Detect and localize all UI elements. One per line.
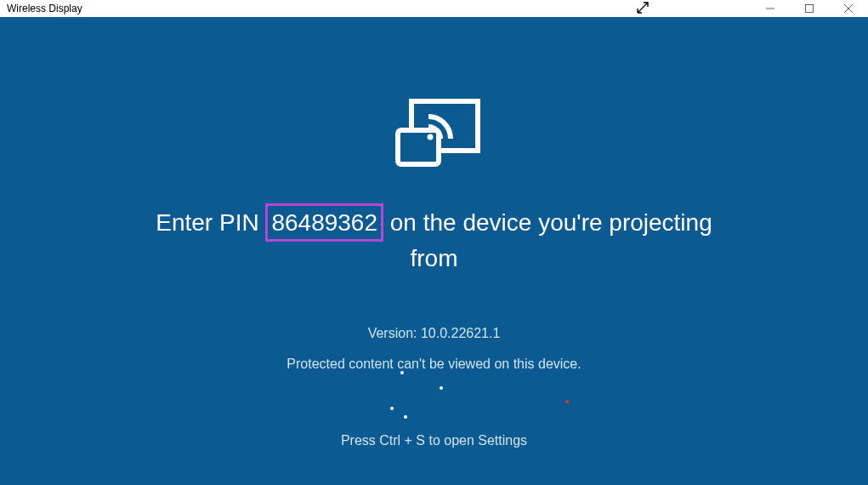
spinner-dot (390, 407, 394, 410)
pin-suffix-text: on the device you're projecting from (383, 209, 712, 271)
minimize-button[interactable] (751, 0, 790, 17)
spinner-dot (440, 386, 443, 390)
svg-rect-1 (806, 5, 814, 13)
pin-message: Enter PIN 86489362 on the device you're … (137, 203, 732, 275)
settings-hint: Press Ctrl + S to open Settings (341, 433, 527, 448)
expand-icon[interactable] (637, 2, 649, 16)
app-title: Wireless Display (7, 3, 82, 14)
maximize-button[interactable] (790, 0, 829, 17)
cast-icon (388, 98, 481, 178)
pin-prefix-text: Enter PIN (156, 209, 265, 236)
spinner-dot (400, 371, 404, 374)
version-label: Version: 10.0.22621.1 (368, 326, 501, 341)
titlebar-controls (637, 0, 868, 17)
spinner-dot (404, 415, 407, 419)
titlebar: Wireless Display (0, 0, 868, 17)
cursor-dot (565, 400, 569, 403)
close-button[interactable] (829, 0, 868, 17)
svg-point-6 (427, 134, 433, 140)
main-content: Enter PIN 86489362 on the device you're … (0, 17, 868, 485)
titlebar-title-area: Wireless Display (7, 3, 82, 14)
loading-spinner (400, 366, 468, 417)
pin-value-highlight: 86489362 (265, 203, 383, 242)
